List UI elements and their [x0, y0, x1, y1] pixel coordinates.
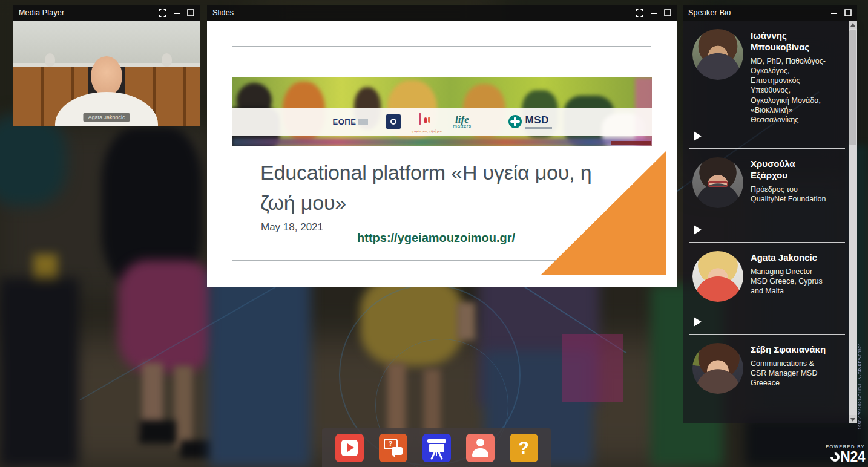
slide-banner-photo: ΕΟΠΕ η υγεία μου, η ζωή μου life matters… [232, 77, 652, 146]
ygeia-mou-circle-logo: η υγεία μου, η ζωή μου [419, 114, 435, 129]
expand-icon[interactable] [636, 9, 643, 17]
bust-statue [45, 53, 55, 67]
on24-brand-text: N24 [840, 450, 865, 464]
scroll-down-icon[interactable] [849, 415, 857, 423]
console-dock: ? ? [322, 428, 551, 467]
media-player-title: Media Player [19, 8, 64, 17]
speaker-list-scrollbar[interactable] [849, 21, 857, 423]
slides-window: Slides ΕΟΠΕ [207, 5, 677, 287]
slides-dock-icon[interactable] [422, 434, 451, 462]
maximize-icon[interactable] [844, 9, 852, 16]
speaker-bio-entry: Agata Jakoncic Managing Director MSD Gre… [689, 243, 845, 335]
speaker-photo [692, 157, 743, 208]
minimize-icon[interactable] [830, 9, 838, 16]
speaker-photo [692, 29, 743, 80]
minimize-icon[interactable] [650, 9, 657, 16]
msd-logo: MSD [508, 115, 552, 129]
scroll-up-icon[interactable] [849, 21, 857, 29]
media-player-window: Media Player Agata Jakoncic [13, 5, 200, 126]
speaker-bio-entry: Σέβη Σφακιανάκη Communications & CSR Man… [689, 335, 845, 414]
speaker-bio-text: Managing Director MSD Greece, Cyprus and… [751, 267, 830, 296]
help-dock-icon[interactable]: ? [510, 434, 538, 462]
play-speaker-audio-button[interactable] [694, 225, 702, 235]
webcam-scene [13, 21, 200, 126]
speaker-photo [692, 343, 743, 394]
eope-logo: ΕΟΠΕ [332, 117, 368, 126]
webcam-video[interactable]: Agata Jakoncic [13, 21, 200, 126]
speaker-bio-entry: Χρυσούλα Εξάρχου Πρόεδρος του QualityNet… [689, 149, 845, 243]
play-speaker-audio-button[interactable] [694, 317, 702, 327]
on24-logo: POWERED BY N24 [817, 443, 865, 464]
maximize-icon[interactable] [187, 9, 194, 16]
slide-date: May 18, 2021 [261, 221, 323, 234]
speaker-bio-text: Πρόεδρος του QualityNet Foundation [751, 185, 830, 204]
speaker-bio-titlebar[interactable]: Speaker Bio [683, 5, 857, 21]
speaker-name: Χρυσούλα Εξάρχου [751, 158, 833, 181]
speaker-list: Ιωάννης Μπουκοβίνας MD, PhD, Παθολόγος-Ο… [683, 21, 849, 423]
speaker-bio-title: Speaker Bio [688, 8, 731, 17]
media-player-titlebar[interactable]: Media Player [13, 5, 200, 21]
speaker-name: Ιωάννης Μπουκοβίνας [751, 30, 833, 53]
scrollbar-thumb[interactable] [849, 30, 856, 145]
play-speaker-audio-button[interactable] [694, 131, 702, 141]
sponsor-logo-band: ΕΟΠΕ η υγεία μου, η ζωή μου life matters… [232, 108, 652, 136]
banner-approval-code [611, 141, 651, 145]
life-matters-logo: life matters [453, 114, 471, 129]
slides-title: Slides [212, 8, 234, 17]
speaker-bio-window: Speaker Bio Ιωάννης Μπουκοβίνας MD, PhD,… [683, 5, 857, 423]
speaker-bio-entry: Ιωάννης Μπουκοβίνας MD, PhD, Παθολόγος-Ο… [689, 21, 845, 149]
speaker-bio-dock-icon[interactable] [466, 434, 495, 462]
expand-icon[interactable] [159, 9, 166, 17]
bust-statue [162, 53, 172, 67]
glasses [708, 181, 728, 187]
slides-titlebar[interactable]: Slides [207, 5, 677, 21]
speaker-name: Agata Jakoncic [751, 252, 833, 264]
speaker-photo [692, 251, 743, 302]
webcast-console: 1958-079/2021-GHC-LUN-GR-KEY-00379 Media… [0, 0, 868, 467]
speaker-bio-text: Communications & CSR Manager MSD Greeace [751, 359, 830, 388]
slide-canvas: ΕΟΠΕ η υγεία μου, η ζωή μου life matters… [207, 21, 677, 287]
navy-square-logo [386, 114, 401, 129]
presenter-name-tag: Agata Jakoncic [83, 113, 130, 122]
speaker-bio-body: Ιωάννης Μπουκοβίνας MD, PhD, Παθολόγος-Ο… [683, 21, 857, 423]
speaker-name: Σέβη Σφακιανάκη [751, 344, 833, 356]
maximize-icon[interactable] [664, 9, 671, 16]
approval-code-watermark: 1958-079/2021-GHC-LUN-GR-KEY-00379 [858, 333, 862, 429]
on24-o-mark [829, 451, 841, 463]
qa-dock-icon[interactable]: ? [379, 434, 407, 462]
minimize-icon[interactable] [173, 9, 180, 16]
media-player-dock-icon[interactable] [335, 434, 364, 462]
speaker-bio-text: MD, PhD, Παθολόγος-Ογκολόγος, Επιστημονι… [751, 56, 830, 125]
slide-url: https://ygeiamouzoimou.gr/ [357, 231, 515, 245]
slide-heading: Educational platform «Η υγεία μου, η ζωή… [260, 157, 617, 218]
